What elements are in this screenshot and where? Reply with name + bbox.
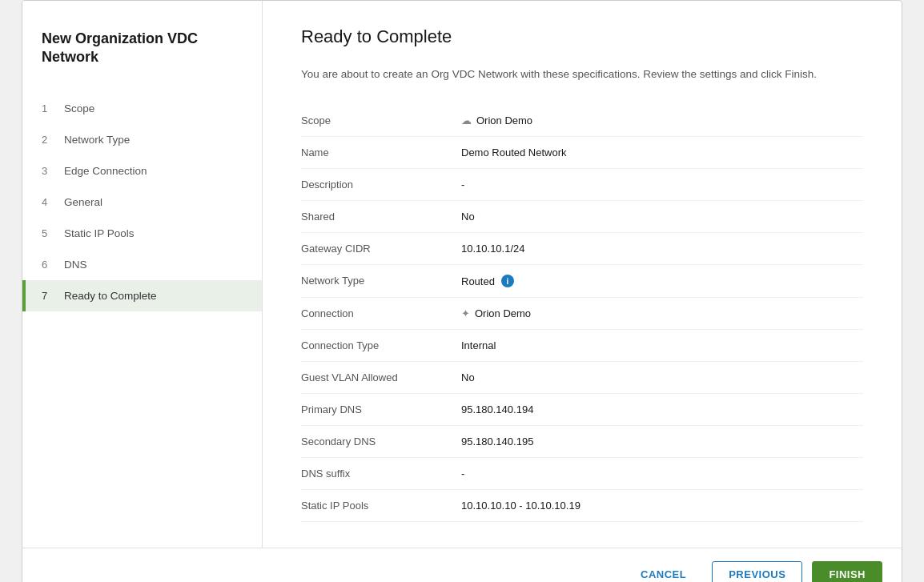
page-title: Ready to Complete (301, 26, 863, 47)
spec-label: Connection (301, 298, 461, 330)
spec-label: Name (301, 137, 461, 169)
spec-row: Gateway CIDR10.10.10.1/24 (301, 233, 863, 265)
spec-row: Connection TypeInternal (301, 330, 863, 362)
sidebar-step-scope[interactable]: 1Scope (22, 93, 262, 124)
dialog-container: New Organization VDC Network 1Scope2Netw… (22, 0, 902, 582)
spec-label: Connection Type (301, 330, 461, 362)
spec-label: Network Type (301, 265, 461, 298)
step-label: Static IP Pools (64, 227, 135, 239)
spec-value: No (461, 362, 863, 394)
spec-row: SharedNo (301, 201, 863, 233)
sidebar-step-network-type[interactable]: 2Network Type (22, 124, 262, 155)
spec-label: Gateway CIDR (301, 233, 461, 265)
spec-label: Secondary DNS (301, 426, 461, 458)
step-number: 2 (42, 134, 54, 146)
spec-table: Scope☁Orion DemoNameDemo Routed NetworkD… (301, 105, 863, 522)
sidebar: New Organization VDC Network 1Scope2Netw… (22, 1, 263, 548)
spec-value: Demo Routed Network (461, 137, 863, 169)
step-label: DNS (64, 259, 87, 271)
spec-row: Static IP Pools10.10.10.10 - 10.10.10.19 (301, 490, 863, 522)
step-number: 1 (42, 102, 54, 114)
spec-label: Shared (301, 201, 461, 233)
spec-value: 95.180.140.194 (461, 394, 863, 426)
step-number: 5 (42, 227, 54, 239)
step-label: General (64, 196, 102, 208)
cloud-icon: ☁ (461, 114, 472, 126)
spec-row: NameDemo Routed Network (301, 137, 863, 169)
spec-row: Primary DNS95.180.140.194 (301, 394, 863, 426)
step-number: 7 (42, 290, 54, 302)
dialog-footer: CANCEL PREVIOUS FINISH (22, 548, 902, 582)
spec-value: ☁Orion Demo (461, 105, 863, 137)
spec-label: Static IP Pools (301, 490, 461, 522)
spec-row: Scope☁Orion Demo (301, 105, 863, 137)
spec-label: Primary DNS (301, 394, 461, 426)
step-label: Network Type (64, 134, 130, 146)
sidebar-step-ready-to-complete[interactable]: 7Ready to Complete (22, 280, 262, 311)
info-icon[interactable]: i (501, 275, 514, 287)
step-number: 6 (42, 259, 54, 271)
spec-value: ✦Orion Demo (461, 298, 863, 330)
spec-value: - (461, 169, 863, 201)
spec-label: Scope (301, 105, 461, 137)
sidebar-step-general[interactable]: 4General (22, 187, 262, 218)
spec-value: Internal (461, 330, 863, 362)
spec-label: Description (301, 169, 461, 201)
spec-value: Routedi (461, 265, 863, 298)
dialog-body: New Organization VDC Network 1Scope2Netw… (22, 1, 902, 548)
spec-value: - (461, 458, 863, 490)
spec-row: Guest VLAN AllowedNo (301, 362, 863, 394)
spec-row: Description- (301, 169, 863, 201)
step-label: Ready to Complete (64, 290, 157, 302)
spec-row: Connection✦Orion Demo (301, 298, 863, 330)
routed-info: Routedi (461, 275, 863, 287)
sidebar-step-static-ip-pools[interactable]: 5Static IP Pools (22, 218, 262, 249)
sidebar-step-dns[interactable]: 6DNS (22, 249, 262, 280)
finish-button[interactable]: FINISH (812, 561, 882, 582)
connection-icon: ✦ (461, 307, 470, 319)
cancel-button[interactable]: CANCEL (625, 562, 702, 582)
main-content: Ready to Complete You are about to creat… (263, 1, 902, 548)
spec-value: 95.180.140.195 (461, 426, 863, 458)
spec-row: DNS suffix- (301, 458, 863, 490)
step-label: Edge Connection (64, 165, 147, 177)
dialog-title: New Organization VDC Network (22, 17, 262, 93)
spec-row: Network TypeRoutedi (301, 265, 863, 298)
spec-value: 10.10.10.10 - 10.10.10.19 (461, 490, 863, 522)
spec-label: DNS suffix (301, 458, 461, 490)
step-number: 3 (42, 165, 54, 177)
step-number: 4 (42, 196, 54, 208)
previous-button[interactable]: PREVIOUS (712, 561, 802, 582)
step-label: Scope (64, 102, 94, 114)
spec-value: 10.10.10.1/24 (461, 233, 863, 265)
spec-label: Guest VLAN Allowed (301, 362, 461, 394)
description-text: You are about to create an Org VDC Netwo… (301, 66, 863, 82)
sidebar-step-edge-connection[interactable]: 3Edge Connection (22, 155, 262, 187)
routed-label: Routed (461, 275, 495, 287)
spec-value: No (461, 201, 863, 233)
spec-row: Secondary DNS95.180.140.195 (301, 426, 863, 458)
sidebar-steps: 1Scope2Network Type3Edge Connection4Gene… (22, 93, 262, 311)
